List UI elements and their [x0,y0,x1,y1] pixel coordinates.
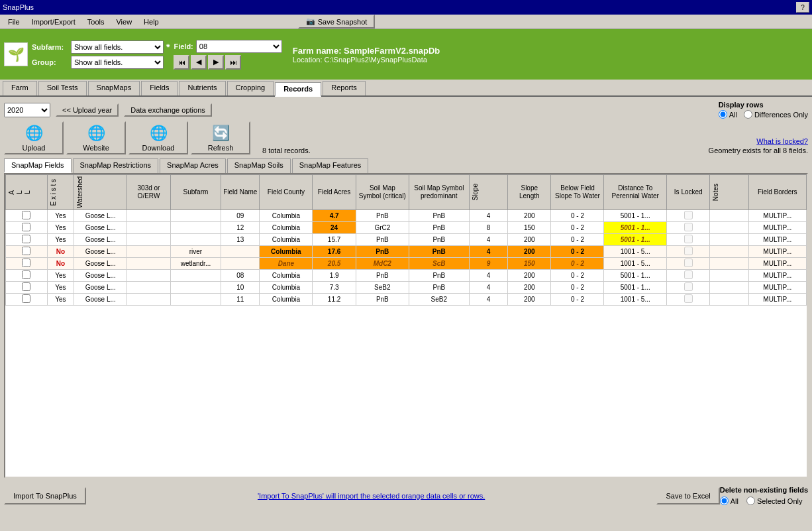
row-checkbox-cell[interactable] [6,233,48,245]
is-locked-cell[interactable] [667,233,710,245]
display-all-radio[interactable] [719,110,727,119]
group-select[interactable]: Show all fields. [71,56,164,69]
upload-year-button[interactable]: << Upload year [56,103,119,117]
locked-checkbox[interactable] [684,282,693,291]
geometry-text: Geometry exists for all 8 fields. [709,147,808,154]
row-checkbox[interactable] [22,282,30,291]
row-checkbox-cell[interactable] [6,293,48,305]
row-checkbox-cell[interactable] [6,245,48,257]
data-table-container[interactable]: ALL E x i s t s Watershed 303d or O/ERW … [4,173,808,478]
subfarm-select[interactable]: Show all fields. [71,40,164,54]
website-button[interactable]: 🌐 Website [66,121,126,154]
locked-checkbox[interactable] [684,259,693,267]
table-row[interactable]: YesGoose L...12Columbia24GrC2PnB81500 - … [6,221,807,233]
locked-checkbox[interactable] [684,270,693,279]
menu-tools[interactable]: Tools [82,17,110,27]
tab-reports[interactable]: Reports [323,81,366,95]
is-locked-cell[interactable] [667,293,710,305]
display-differences-radio[interactable] [744,110,752,119]
nav-first-button[interactable]: ⏮ [174,55,189,70]
row-checkbox[interactable] [22,270,30,279]
is-locked-cell[interactable] [667,281,710,293]
row-checkbox-cell[interactable] [6,257,48,269]
is-locked-cell[interactable] [667,209,710,221]
tab-fields[interactable]: Fields [141,81,178,95]
is-locked-cell[interactable] [667,221,710,233]
locked-checkbox[interactable] [684,223,693,231]
row-checkbox-cell[interactable] [6,269,48,281]
menu-import-export[interactable]: Import/Export [26,17,81,27]
table-cell: PnB [409,269,469,281]
sub-tab-snapmap-features[interactable]: SnapMap Features [292,158,369,173]
table-cell: PnB [409,245,469,257]
locked-checkbox[interactable] [684,247,693,255]
tab-snap-maps[interactable]: SnapMaps [88,81,140,95]
sub-tab-snapmap-restrictions[interactable]: SnapMap Restrictions [73,158,159,173]
save-snapshot-button[interactable]: 📷 Save Snapshot [298,15,376,29]
table-row[interactable]: NoGoose L...wetlandr...Dane20.5MdC2ScB91… [6,257,807,269]
data-exchange-button[interactable]: Data exchange options [124,103,212,117]
locked-checkbox[interactable] [684,235,693,243]
table-row[interactable]: YesGoose L...10Columbia7.3SeB2PnB42000 -… [6,281,807,293]
row-checkbox[interactable] [22,259,30,267]
tab-nutrients[interactable]: Nutrients [179,81,225,95]
nav-prev-button[interactable]: ◀ [191,55,207,70]
table-cell: PnB [409,209,469,221]
tab-cropping[interactable]: Cropping [227,81,274,95]
tab-farm[interactable]: Farm [3,81,37,95]
menu-help[interactable]: Help [138,17,164,27]
row-checkbox-cell[interactable] [6,281,48,293]
row-checkbox[interactable] [22,235,30,243]
tab-records[interactable]: Records [275,82,321,97]
locked-link[interactable]: What is locked? [756,137,808,145]
display-differences-radio-label[interactable]: Differences Only [744,110,808,119]
save-excel-button[interactable]: Save to Excel [656,487,719,504]
table-row[interactable]: YesGoose L...09Columbia4.7PnBPnB42000 - … [6,209,807,221]
locked-checkbox[interactable] [684,294,693,303]
col-field-name-header: Field Name [221,175,260,210]
row-checkbox[interactable] [22,247,30,255]
table-body: YesGoose L...09Columbia4.7PnBPnB42000 - … [6,209,807,305]
table-row[interactable]: YesGoose L...11Columbia11.2PnBSeB242000 … [6,293,807,305]
table-cell: river [170,245,221,257]
import-snapplus-button[interactable]: Import To SnapPlus [4,487,86,504]
nav-last-button[interactable]: ⏭ [225,55,241,70]
table-row[interactable]: YesGoose L...13Columbia15.7PnBPnB42000 -… [6,233,807,245]
table-cell: Goose L... [74,281,127,293]
refresh-button[interactable]: 🔄 Refresh [191,121,250,154]
menu-view[interactable]: View [111,17,137,27]
download-button[interactable]: 🌐 Download [128,121,188,154]
sub-tab-snapmap-acres[interactable]: SnapMap Acres [160,158,226,173]
sub-tab-snapmap-fields[interactable]: SnapMap Fields [4,158,72,173]
row-checkbox-cell[interactable] [6,209,48,221]
table-row[interactable]: NoGoose L...riverColumbia17.6PnBPnB42000… [6,245,807,257]
is-locked-cell[interactable] [667,245,710,257]
delete-selected-radio[interactable] [746,497,755,505]
delete-all-radio-label[interactable]: All [720,497,738,505]
menu-file[interactable]: File [3,17,25,27]
delete-all-radio[interactable] [720,497,729,505]
table-cell: Columbia [260,281,313,293]
field-select[interactable]: 08 [196,40,282,53]
row-checkbox[interactable] [22,294,30,303]
locked-checkbox[interactable] [684,211,693,219]
table-cell: 0 - 2 [551,233,604,245]
sub-tab-snapmap-soils[interactable]: SnapMap Soils [227,158,291,173]
help-button[interactable]: ? [796,2,809,13]
col-all-header[interactable]: ALL [6,175,48,210]
row-checkbox[interactable] [22,223,30,231]
table-row[interactable]: YesGoose L...08Columbia1.9PnBPnB42000 - … [6,269,807,281]
is-locked-cell[interactable] [667,257,710,269]
delete-selected-radio-label[interactable]: Selected Only [746,497,802,505]
upload-button[interactable]: 🌐 Upload [4,121,64,154]
table-cell: Yes [47,209,74,221]
table-cell: 1001 - 5... [604,257,667,269]
display-all-radio-label[interactable]: All [719,110,737,119]
row-checkbox[interactable] [22,211,30,219]
nav-next-button[interactable]: ▶ [208,55,224,70]
year-select[interactable]: 2020 [4,103,50,117]
row-checkbox-cell[interactable] [6,221,48,233]
table-cell: 200 [508,245,551,257]
tab-soil-tests[interactable]: Soil Tests [38,81,87,95]
is-locked-cell[interactable] [667,269,710,281]
